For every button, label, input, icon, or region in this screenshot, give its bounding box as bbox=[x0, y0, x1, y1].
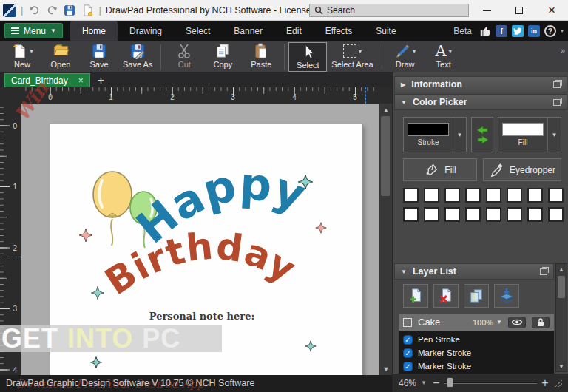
stroke-color-widget[interactable]: Stroke ▼ bbox=[403, 117, 467, 152]
canvas-vertical-scrollbar[interactable]: ▲ ▼ bbox=[379, 104, 392, 375]
tab-banner[interactable]: Banner bbox=[222, 21, 274, 41]
popout-icon[interactable] bbox=[553, 81, 561, 88]
color-swatch[interactable] bbox=[465, 188, 481, 203]
layer-item-pen-stroke[interactable]: ✓ Pen Stroke bbox=[399, 333, 554, 346]
color-swatch[interactable] bbox=[507, 188, 522, 203]
scroll-down-icon[interactable]: ▼ bbox=[379, 363, 393, 374]
popout-icon[interactable] bbox=[553, 99, 561, 106]
redo-icon[interactable] bbox=[45, 4, 58, 17]
tab-home[interactable]: Home bbox=[70, 21, 118, 41]
scrollbar-thumb[interactable] bbox=[381, 116, 390, 196]
chevron-down-icon[interactable]: ▾ bbox=[30, 48, 33, 55]
duplicate-layer-button[interactable] bbox=[464, 284, 489, 308]
color-swatch[interactable] bbox=[527, 188, 543, 203]
color-swatch[interactable] bbox=[424, 207, 439, 222]
save-as-button[interactable]: Save As bbox=[118, 42, 157, 72]
tab-suite[interactable]: Suite bbox=[364, 21, 408, 41]
eyedropper-button[interactable]: Eyedropper bbox=[483, 158, 561, 181]
tab-edit[interactable]: Edit bbox=[274, 21, 314, 41]
cut-button[interactable]: Cut bbox=[165, 42, 203, 72]
maximize-button[interactable] bbox=[503, 0, 535, 21]
chevron-down-icon[interactable]: ▾ bbox=[359, 48, 362, 55]
undo-icon[interactable] bbox=[27, 4, 41, 17]
scroll-up-icon[interactable]: ▲ bbox=[379, 104, 393, 115]
color-swatch[interactable] bbox=[444, 207, 460, 222]
popout-icon[interactable] bbox=[540, 268, 547, 275]
menu-button[interactable]: Menu ▼ bbox=[4, 23, 63, 38]
thumbs-up-icon[interactable] bbox=[479, 25, 491, 37]
merge-layers-button[interactable] bbox=[494, 284, 519, 308]
select-area-button[interactable]: ▾ Select Area bbox=[327, 42, 377, 72]
copy-button[interactable]: Copy bbox=[203, 42, 242, 72]
color-swatch[interactable] bbox=[507, 207, 522, 222]
fill-color-chip[interactable] bbox=[502, 123, 544, 136]
scroll-down-icon[interactable]: ▼ bbox=[556, 361, 567, 371]
toolbar-overflow-button[interactable]: » bbox=[561, 46, 565, 55]
linkedin-icon[interactable]: in bbox=[528, 25, 540, 37]
checkbox-checked-icon[interactable]: ✓ bbox=[403, 335, 413, 345]
tab-drawing[interactable]: Drawing bbox=[118, 21, 174, 41]
tab-effects[interactable]: Effects bbox=[314, 21, 364, 41]
checkbox-checked-icon[interactable]: ✓ bbox=[403, 348, 413, 358]
color-swatch[interactable] bbox=[465, 207, 481, 222]
scrollbar-thumb[interactable] bbox=[558, 276, 565, 298]
chevron-down-icon[interactable]: ▾ bbox=[561, 27, 564, 34]
collapse-icon[interactable]: − bbox=[403, 318, 412, 327]
layer-list-scrollbar[interactable]: ▲ ▼ bbox=[555, 263, 567, 372]
zoom-out-button[interactable]: − bbox=[433, 376, 439, 390]
color-swatch[interactable] bbox=[548, 188, 564, 203]
layer-item-marker-stroke[interactable]: ✓ Marker Stroke bbox=[399, 346, 554, 359]
add-tab-button[interactable]: + bbox=[98, 74, 104, 87]
zoom-in-button[interactable]: + bbox=[541, 376, 548, 390]
color-swatch[interactable] bbox=[486, 188, 501, 203]
lock-toggle[interactable] bbox=[532, 317, 550, 328]
add-layer-button[interactable] bbox=[403, 284, 428, 308]
layer-group-header[interactable]: − Cake 100% ▼ bbox=[399, 314, 554, 331]
chevron-down-icon[interactable]: ▾ bbox=[449, 48, 452, 55]
zoom-slider-thumb[interactable] bbox=[447, 377, 453, 388]
color-swatch[interactable] bbox=[403, 188, 419, 203]
facebook-icon[interactable]: f bbox=[496, 25, 507, 37]
save-button[interactable]: Save bbox=[80, 42, 118, 72]
draw-button[interactable]: ▾ Draw bbox=[386, 42, 425, 72]
color-swatch[interactable] bbox=[444, 188, 460, 203]
zoom-level[interactable]: 46% bbox=[399, 378, 416, 388]
information-section-header[interactable]: ▶ Information bbox=[394, 76, 567, 92]
scroll-up-icon[interactable]: ▲ bbox=[556, 264, 567, 274]
fill-tool-button[interactable]: Fill bbox=[403, 158, 477, 181]
new-button[interactable]: ▾ New bbox=[3, 42, 41, 72]
new-page-icon[interactable] bbox=[81, 4, 94, 17]
color-swatch[interactable] bbox=[486, 207, 501, 222]
color-swatch[interactable] bbox=[527, 207, 543, 222]
close-tab-icon[interactable]: × bbox=[78, 75, 84, 86]
resize-grip[interactable] bbox=[555, 379, 562, 387]
close-button[interactable]: × bbox=[535, 0, 568, 21]
help-icon[interactable]: ? bbox=[544, 25, 556, 37]
text-button[interactable]: A▾ Text bbox=[425, 42, 463, 72]
checkbox-checked-icon[interactable]: ✓ bbox=[403, 362, 413, 371]
chevron-down-icon[interactable]: ▼ bbox=[548, 118, 561, 152]
swap-stroke-fill-button[interactable] bbox=[471, 117, 493, 152]
zoom-slider[interactable] bbox=[444, 382, 537, 384]
layer-opacity-dropdown[interactable]: 100% ▼ bbox=[473, 318, 502, 327]
chevron-down-icon[interactable]: ▼ bbox=[453, 118, 466, 152]
select-button[interactable]: Select bbox=[288, 42, 327, 72]
delete-layer-button[interactable] bbox=[433, 284, 459, 308]
chevron-down-icon[interactable]: ▼ bbox=[421, 379, 427, 386]
fill-color-widget[interactable]: Fill ▼ bbox=[498, 117, 561, 152]
twitter-icon[interactable] bbox=[512, 25, 524, 37]
visibility-toggle[interactable] bbox=[508, 317, 526, 328]
search-input[interactable]: Search bbox=[309, 4, 469, 17]
save-icon[interactable] bbox=[63, 4, 76, 17]
open-button[interactable]: Open bbox=[41, 42, 80, 72]
chevron-down-icon[interactable]: ▾ bbox=[413, 48, 416, 55]
minimize-button[interactable] bbox=[470, 0, 503, 21]
color-picker-section-header[interactable]: ▼ Color Picker bbox=[394, 94, 567, 110]
color-swatch[interactable] bbox=[424, 188, 439, 203]
color-swatch[interactable] bbox=[548, 207, 564, 222]
color-swatch[interactable] bbox=[403, 207, 419, 222]
layer-item-marker-stroke[interactable]: ✓ Marker Stroke bbox=[399, 359, 554, 373]
tab-select[interactable]: Select bbox=[174, 21, 222, 41]
stroke-color-chip[interactable] bbox=[408, 123, 449, 136]
paste-button[interactable]: Paste bbox=[242, 42, 280, 72]
